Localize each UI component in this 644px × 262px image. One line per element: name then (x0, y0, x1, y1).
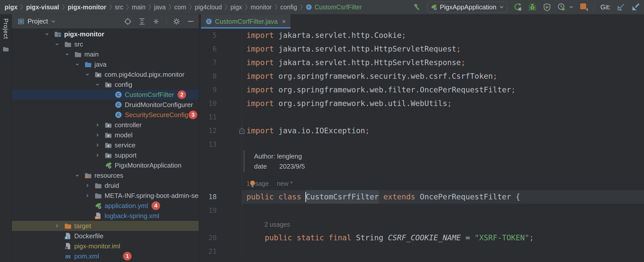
tree-row-com-pig4cloud-pigx-monitor[interactable]: com.pig4cloud.pigx.monitor (12, 69, 199, 80)
code-line-21[interactable]: 21 (199, 245, 644, 258)
tree-row-pigx-monitor-iml[interactable]: pigx-monitor.iml (12, 241, 199, 251)
tree-row-src[interactable]: src (12, 39, 199, 49)
tree-row-main[interactable]: main (12, 49, 199, 59)
locate-icon[interactable] (124, 17, 132, 25)
intention-bulb-icon[interactable] (250, 179, 255, 188)
folder-icon[interactable] (3, 46, 9, 53)
line-number[interactable]: 20 (199, 231, 217, 245)
editor-tab-customcsrffilter[interactable]: C CustomCsrfFilter.java × (201, 14, 290, 29)
tree-row-resources[interactable]: resources (12, 170, 199, 180)
chevron-down-icon[interactable] (85, 72, 94, 77)
breadcrumb-item-pigx-monitor-2[interactable]: pigx-monitor (68, 4, 106, 11)
tree-row-pigxmonitorapplication[interactable]: PigxMonitorApplication (12, 160, 199, 170)
breadcrumb-item-pigx-8[interactable]: pigx (230, 4, 242, 11)
line-number[interactable]: 19 (199, 204, 217, 217)
tree-row-target[interactable]: target (12, 221, 199, 231)
breadcrumb-item-src-3[interactable]: src (115, 4, 123, 11)
collapse-all-icon[interactable] (152, 17, 160, 25)
breadcrumb-item-pigx-visual-1[interactable]: pigx-visual (26, 4, 59, 11)
git-update-icon[interactable] (617, 3, 625, 11)
line-number[interactable]: 7 (199, 56, 217, 69)
rerun-icon[interactable] (513, 3, 522, 11)
toolwindow-tab-project[interactable]: Project (2, 18, 9, 39)
code-line-11[interactable]: 11 (199, 110, 644, 124)
breadcrumb-item-java-5[interactable]: java (154, 4, 166, 11)
line-number[interactable]: 11 (199, 110, 217, 124)
close-tab-icon[interactable]: × (282, 18, 286, 25)
chevron-down-icon[interactable] (75, 62, 84, 67)
build-hammer-icon[interactable] (413, 3, 422, 11)
line-number[interactable]: 9 (199, 83, 217, 97)
tree-row-druidmonitorconfigurer[interactable]: CDruidMonitorConfigurer (12, 100, 199, 110)
doc-comment-line[interactable]: date2023/9/5 (199, 161, 644, 171)
line-number[interactable]: 8 (199, 69, 217, 83)
tree-row-support[interactable]: support (12, 150, 199, 160)
chevron-right-icon[interactable] (95, 133, 105, 137)
line-number[interactable]: 5 (199, 29, 217, 42)
inlay-hint-line[interactable]: 1sagenew * (199, 176, 644, 190)
code-line-8[interactable]: 8import org.springframework.security.web… (199, 69, 644, 83)
code-line-5[interactable]: 5import jakarta.servlet.http.Cookie; (199, 29, 644, 42)
chevron-right-icon[interactable] (85, 183, 94, 188)
breadcrumb-item-main-4[interactable]: main (132, 4, 145, 11)
tree-row-logback-spring-xml[interactable]: <>logback-spring.xml (12, 211, 199, 221)
tree-row-securitysecureconfig[interactable]: CSecuritySecureConfig3 (12, 110, 199, 120)
chevron-down-icon[interactable] (75, 173, 84, 178)
breadcrumb-item-com-6[interactable]: com (174, 4, 186, 11)
chevron-right-icon[interactable] (85, 193, 94, 198)
code-line-19[interactable]: 19 (199, 204, 644, 217)
expand-all-icon[interactable] (138, 17, 146, 25)
code-line-18[interactable]: 18public class CustomCsrfFilter extends … (199, 190, 644, 204)
breadcrumb-item-pig4cloud-7[interactable]: pig4cloud (195, 4, 222, 11)
chevron-right-icon[interactable] (95, 123, 105, 127)
chevron-down-icon[interactable] (569, 5, 574, 9)
tree-row-java[interactable]: java (12, 59, 199, 69)
code-line-9[interactable]: 9import org.springframework.web.filter.O… (199, 83, 644, 97)
breadcrumb-item-pigx-0[interactable]: pigx (5, 4, 17, 11)
chevron-down-icon[interactable] (45, 32, 54, 36)
code-line-10[interactable]: 10import org.springframework.web.util.We… (199, 97, 644, 110)
chevron-down-icon[interactable] (95, 82, 105, 87)
tree-row-controller[interactable]: controller (12, 120, 199, 130)
breadcrumb-item-class[interactable]: CCustomCsrfFilter (306, 4, 362, 11)
profiler-icon[interactable] (557, 3, 566, 11)
run-configuration-select[interactable]: PigxAppApplication (428, 2, 507, 12)
settings-gear-icon[interactable] (172, 17, 181, 25)
tree-row-customcsrffilter[interactable]: CCustomCsrfFilter2 (12, 90, 199, 100)
line-number[interactable]: 13 (199, 138, 217, 151)
tree-row-service[interactable]: service (12, 140, 199, 150)
line-number[interactable]: 10 (199, 97, 217, 110)
hide-icon[interactable] (187, 17, 195, 25)
tree-row-model[interactable]: model (12, 130, 199, 140)
editor-gap[interactable] (199, 171, 644, 176)
breadcrumb-item-monitor-9[interactable]: monitor (251, 4, 271, 11)
debug-icon[interactable] (528, 3, 537, 11)
inlay-hint-line[interactable]: 2 usages (199, 217, 644, 231)
tree-row-pigx-monitor[interactable]: pigx-monitor (12, 29, 199, 39)
chevron-down-icon[interactable] (65, 52, 74, 57)
chevron-down-icon[interactable] (51, 20, 56, 23)
tree-row-meta-inf-spring-boot-admin-server[interactable]: META-INF.spring-boot-admin-server (12, 191, 199, 201)
line-number[interactable]: 21 (199, 245, 217, 258)
code-line-12[interactable]: 12import java.io.IOException; (199, 124, 644, 138)
tree-row-dockerfile[interactable]: DDockerfile (12, 231, 199, 241)
tree-row-config[interactable]: config (12, 80, 199, 90)
chevron-right-icon[interactable] (95, 143, 105, 147)
git-push-icon[interactable] (631, 3, 640, 11)
code-editor[interactable]: 5import jakarta.servlet.http.Cookie;6imp… (199, 29, 644, 262)
doc-comment-line[interactable]: Author: lengleng (199, 151, 644, 161)
line-number[interactable]: 6 (199, 42, 217, 56)
breadcrumb-item-config-10[interactable]: config (280, 4, 297, 11)
fold-marker-icon[interactable] (217, 124, 242, 138)
chevron-down-icon[interactable] (55, 42, 64, 46)
tree-row-pom-xml[interactable]: mpom.xml1 (12, 251, 199, 261)
chevron-right-icon[interactable] (95, 153, 105, 158)
tree-row-application-yml[interactable]: application.yml4 (12, 201, 199, 211)
coverage-icon[interactable] (543, 3, 551, 11)
line-number[interactable]: 12 (199, 124, 217, 138)
code-line-6[interactable]: 6import jakarta.servlet.http.HttpServlet… (199, 42, 644, 56)
code-line-20[interactable]: 20 public static final String CSRF_COOKI… (199, 231, 644, 245)
line-number[interactable]: 18 (199, 190, 217, 204)
chevron-right-icon[interactable] (55, 224, 64, 228)
code-line-13[interactable]: 13 (199, 138, 644, 151)
